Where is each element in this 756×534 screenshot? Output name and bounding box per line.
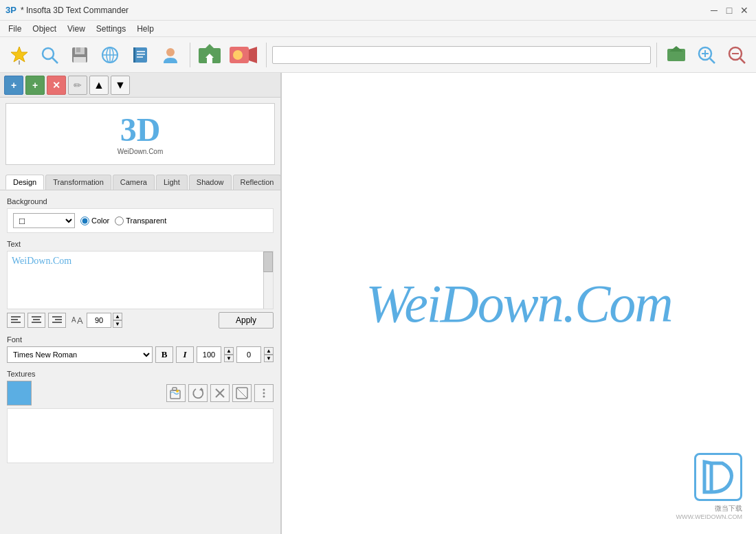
font-spacing-down-button[interactable]: ▼ xyxy=(264,355,274,362)
tab-design[interactable]: Design xyxy=(5,175,44,190)
text-label: Text xyxy=(7,240,274,248)
zoom-out-button[interactable] xyxy=(723,41,751,69)
font-section: Font Times New Roman Arial Verdana Georg… xyxy=(7,335,274,363)
background-label: Background xyxy=(7,197,274,205)
edit-object-button[interactable]: ✏ xyxy=(68,76,87,95)
apply-button[interactable]: Apply xyxy=(219,312,274,329)
background-row: □ Color Transparent xyxy=(7,208,274,233)
svg-marker-19 xyxy=(203,44,216,51)
move-up-button[interactable]: ▲ xyxy=(89,76,109,95)
menu-help[interactable]: Help xyxy=(131,23,159,35)
svg-marker-48 xyxy=(199,388,203,390)
size-spinner[interactable]: ▲ ▼ xyxy=(113,313,122,328)
texture-delete-button[interactable] xyxy=(210,384,230,402)
preview-subtitle: WeiDown.Com xyxy=(118,148,164,155)
nav-button[interactable] xyxy=(663,41,690,69)
minimize-button[interactable]: ─ xyxy=(708,4,720,16)
textures-section: Textures xyxy=(7,370,274,463)
font-size-spinner[interactable]: ▲ ▼ xyxy=(224,347,234,362)
font-spacing-spinner[interactable]: ▲ ▼ xyxy=(264,347,274,362)
svg-point-2 xyxy=(43,48,54,59)
svg-line-28 xyxy=(710,58,715,63)
maximize-button[interactable]: □ xyxy=(723,4,735,16)
text-area-wrap: WeiDown.Com xyxy=(7,251,274,309)
add-scene-button[interactable]: + xyxy=(4,76,23,95)
svg-rect-45 xyxy=(170,390,180,399)
left-panel: + + ✕ ✏ ▲ ▼ 3D WeiDown.Com Design Transf… xyxy=(0,73,282,534)
text-size-input[interactable] xyxy=(87,313,111,328)
add-object-button[interactable]: + xyxy=(25,76,45,95)
bold-button[interactable]: B xyxy=(155,346,173,363)
align-center-button[interactable] xyxy=(27,313,45,328)
italic-button[interactable]: I xyxy=(176,346,194,363)
transparent-radio[interactable] xyxy=(115,216,124,225)
search-input[interactable] xyxy=(272,46,651,64)
text-section: Text WeiDown.Com xyxy=(7,240,274,329)
open-button[interactable] xyxy=(36,41,63,69)
new-button[interactable] xyxy=(5,41,33,69)
menu-file[interactable]: File xyxy=(3,23,27,35)
texture-replace-button[interactable] xyxy=(232,384,252,402)
font-spacing-up-button[interactable]: ▲ xyxy=(264,347,274,355)
svg-text:A: A xyxy=(71,316,76,324)
texture-list xyxy=(7,408,274,463)
size-up-button[interactable]: ▲ xyxy=(113,313,122,320)
size-down-button[interactable]: ▼ xyxy=(113,320,122,328)
texture-toolbar xyxy=(7,381,274,405)
font-spacing-input[interactable] xyxy=(236,346,261,363)
close-button[interactable]: ✕ xyxy=(738,4,751,16)
svg-point-55 xyxy=(263,396,265,398)
delete-object-button[interactable]: ✕ xyxy=(47,76,66,95)
canvas-area: WeiDown.Com 微当下载 WWW.WEIDOWN.COM xyxy=(282,73,756,534)
text-scrollbar-track[interactable] xyxy=(263,252,273,309)
menu-view[interactable]: View xyxy=(62,23,91,35)
tab-transformation[interactable]: Transformation xyxy=(45,175,111,190)
export-button[interactable] xyxy=(196,41,223,69)
watermark: 微当下载 WWW.WEIDOWN.COM xyxy=(676,453,742,520)
transparent-option-text: Transparent xyxy=(126,216,166,225)
align-right-button[interactable] xyxy=(48,313,66,328)
move-down-button[interactable]: ▼ xyxy=(111,76,130,95)
object-toolbar: + + ✕ ✏ ▲ ▼ xyxy=(0,73,280,98)
font-row: Times New Roman Arial Verdana Georgia Co… xyxy=(7,346,274,363)
web-button[interactable] xyxy=(96,41,124,69)
font-size-input[interactable] xyxy=(197,346,221,363)
tab-camera[interactable]: Camera xyxy=(113,175,155,190)
texture-browse-button[interactable] xyxy=(166,384,186,402)
svg-point-54 xyxy=(263,392,265,394)
save-button[interactable] xyxy=(66,41,93,69)
svg-rect-20 xyxy=(207,58,212,63)
text-controls: AA ▲ ▼ Apply xyxy=(7,312,274,329)
transparent-radio-label[interactable]: Transparent xyxy=(115,216,166,225)
svg-point-17 xyxy=(166,48,175,56)
toolbar-separator-2 xyxy=(266,43,267,67)
texture-swatch[interactable] xyxy=(7,381,32,405)
align-left-button[interactable] xyxy=(7,313,25,328)
menu-object[interactable]: Object xyxy=(27,23,62,35)
preview-3d-text: 3D xyxy=(118,113,164,146)
font-size-down-button[interactable]: ▼ xyxy=(224,355,234,362)
color-radio[interactable] xyxy=(80,216,89,225)
app-icon: 3P xyxy=(5,5,16,15)
text-scrollbar-thumb[interactable] xyxy=(263,252,273,272)
help-button[interactable] xyxy=(126,41,154,69)
tab-reflection[interactable]: Reflection xyxy=(233,175,282,190)
tab-shadow[interactable]: Shadow xyxy=(189,175,232,190)
background-color-select[interactable]: □ xyxy=(13,213,75,228)
text-input[interactable]: WeiDown.Com xyxy=(8,252,273,307)
font-family-select[interactable]: Times New Roman Arial Verdana Georgia Co… xyxy=(7,346,153,363)
record-button[interactable] xyxy=(226,41,260,69)
texture-rotate-button[interactable] xyxy=(188,384,208,402)
user-button[interactable] xyxy=(157,41,184,69)
watermark-text: 微当下载 xyxy=(676,504,742,513)
size-input-wrap: ▲ ▼ xyxy=(87,313,122,328)
tab-content-design: Background □ Color Transparent Text We xyxy=(0,190,280,534)
font-label: Font xyxy=(7,335,274,344)
title-bar-controls[interactable]: ─ □ ✕ xyxy=(708,4,751,16)
zoom-in-button[interactable] xyxy=(693,41,720,69)
color-radio-label[interactable]: Color xyxy=(80,216,109,225)
texture-more-button[interactable] xyxy=(254,384,274,402)
tab-light[interactable]: Light xyxy=(156,175,188,190)
font-size-up-button[interactable]: ▲ xyxy=(224,347,234,355)
menu-settings[interactable]: Settings xyxy=(91,23,131,35)
